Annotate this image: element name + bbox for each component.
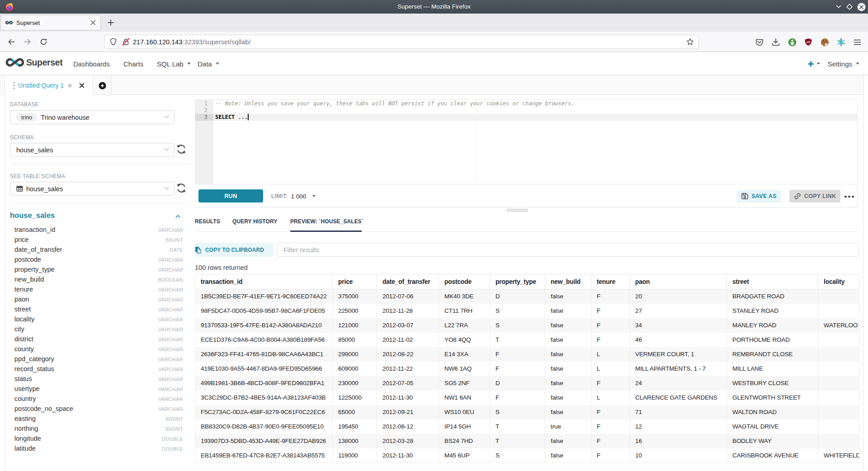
column-row[interactable]: paonVARCHAR xyxy=(5,295,190,305)
table-row[interactable]: 91370533-19F5-47FE-B142-A380A8ADA2101210… xyxy=(195,318,859,333)
table-row[interactable]: 3C3C29DC-B7B2-4BE5-914A-A38123AF403B1225… xyxy=(195,391,859,405)
column-row[interactable]: new_buildBOOLEAN xyxy=(5,275,190,285)
nav-item-data[interactable]: Data xyxy=(198,52,220,75)
column-row[interactable]: eastingBIGINT xyxy=(5,414,190,424)
column-row[interactable]: localityVARCHAR xyxy=(5,315,190,325)
column-row[interactable]: cityVARCHAR xyxy=(5,325,190,334)
column-header[interactable]: price xyxy=(333,274,377,289)
column-row[interactable]: latitudeDOUBLE xyxy=(5,444,190,454)
tab-preview[interactable]: PREVIEW: `HOUSE_SALES` xyxy=(290,218,363,225)
tab-query-history[interactable]: QUERY HISTORY xyxy=(232,218,277,225)
window-maximize-button[interactable] xyxy=(844,0,855,14)
column-header[interactable]: street xyxy=(727,274,818,289)
back-button[interactable] xyxy=(5,35,18,48)
column-row[interactable]: record_statusVARCHAR xyxy=(5,364,190,374)
chevron-up-icon[interactable] xyxy=(175,215,180,218)
cookie-extension-icon[interactable] xyxy=(818,35,831,49)
column-header[interactable]: paon xyxy=(630,274,727,289)
table-row[interactable]: 419E1030-9A55-4467-8DA9-9FED95D659666090… xyxy=(195,362,859,376)
table-row[interactable]: 98F5DC47-0D05-4D59-95B7-98CA6F1FDE052250… xyxy=(195,304,859,318)
drag-handle-icon[interactable] xyxy=(13,82,15,89)
x-icon xyxy=(90,20,96,25)
column-row[interactable]: longitudeDOUBLE xyxy=(5,434,190,444)
downloads-icon[interactable] xyxy=(769,35,783,49)
column-row[interactable]: tenureVARCHAR xyxy=(5,285,190,295)
column-header[interactable]: date_of_transfer xyxy=(377,274,439,289)
database-select[interactable]: trino Trino warehouse xyxy=(10,110,175,124)
new-browser-tab-button[interactable] xyxy=(105,17,117,28)
nav-item-label: Data xyxy=(198,60,212,68)
bookmark-star-icon[interactable] xyxy=(686,38,694,46)
column-row[interactable]: ppd_categoryVARCHAR xyxy=(5,354,190,364)
url-bar[interactable]: 217.160.120.143:32393/superset/sqllab/ xyxy=(105,35,698,48)
column-header[interactable]: postcode xyxy=(439,274,490,289)
more-actions-button[interactable] xyxy=(844,195,854,198)
column-header[interactable]: tenure xyxy=(591,274,630,289)
column-row[interactable]: streetVARCHAR xyxy=(5,305,190,315)
url-text[interactable]: 217.160.120.143:32393/superset/sqllab/ xyxy=(133,38,250,46)
window-close-button[interactable] xyxy=(855,0,867,14)
pocket-icon[interactable] xyxy=(753,35,766,49)
column-row[interactable]: property_typeVARCHAR xyxy=(5,265,190,275)
save-as-button[interactable]: SAVE AS xyxy=(737,190,781,203)
run-button[interactable]: RUN xyxy=(198,189,263,203)
tab-results[interactable]: RESULTS xyxy=(195,218,220,225)
column-row[interactable]: northingBIGINT xyxy=(5,424,190,434)
filter-results-input[interactable]: Filter results xyxy=(277,243,859,257)
column-row[interactable]: date_of_transferDATE xyxy=(5,245,190,255)
column-row[interactable]: statusVARCHAR xyxy=(5,374,190,384)
sql-keyword: SELECT xyxy=(215,114,235,120)
table-row[interactable]: 2636F323-FF41-4765-81DB-98CAA6A43BC12990… xyxy=(195,347,859,362)
copy-to-clipboard-button[interactable]: COPY TO CLIPBOARD xyxy=(195,243,274,257)
nav-item-sql-lab[interactable]: SQL Lab xyxy=(157,52,191,75)
extension-green-icon[interactable] xyxy=(785,35,799,49)
column-header[interactable]: locality xyxy=(818,274,859,289)
reload-button[interactable] xyxy=(37,35,50,48)
refresh-table-icon[interactable] xyxy=(176,183,187,193)
column-row[interactable]: priceBIGINT xyxy=(5,235,190,245)
column-header[interactable]: transaction_id xyxy=(195,274,333,289)
table-row[interactable]: 499B1981-3B6B-4BCD-808F-9FED9802BFA12300… xyxy=(195,376,859,391)
column-header[interactable]: new_build xyxy=(545,274,591,289)
nav-item-dashboards[interactable]: Dashboards xyxy=(73,52,110,75)
table-row[interactable]: ECE1D376-C9A6-4C00-B004-A380B189FA568500… xyxy=(195,333,859,347)
column-row[interactable]: transaction_idVARCHAR xyxy=(5,225,190,235)
query-tab-active[interactable]: Untitled Query 1 xyxy=(5,75,93,95)
nav-item-charts[interactable]: Charts xyxy=(123,52,143,75)
browser-tab-close-icon[interactable] xyxy=(89,18,98,27)
extension-asterisk-icon[interactable] xyxy=(834,35,848,49)
table-row[interactable]: 1B5C39ED-BE7F-41EF-9E71-9C60EED74A223750… xyxy=(195,289,859,304)
table-row[interactable]: F5C273AC-0D2A-458F-8279-9C61F0C22EC66500… xyxy=(195,405,859,419)
new-query-tab-button[interactable] xyxy=(93,75,112,95)
forward-button[interactable] xyxy=(20,35,34,48)
copy-link-button[interactable]: COPY LINK xyxy=(789,190,840,203)
column-header[interactable]: property_type xyxy=(490,274,545,289)
pane-resize-handle[interactable] xyxy=(507,209,528,212)
ublock-icon[interactable]: uO xyxy=(802,35,815,49)
superset-logo[interactable]: Superset xyxy=(5,57,62,68)
page-scrollbar-track[interactable] xyxy=(863,75,868,471)
table-row[interactable]: BB8320C9-D82B-4B37-90E0-9FEE05095E101954… xyxy=(195,419,859,434)
column-row[interactable]: countyVARCHAR xyxy=(5,344,190,354)
window-minimize-button[interactable] xyxy=(833,0,844,14)
column-row[interactable]: usertypeVARCHAR xyxy=(5,384,190,394)
column-row[interactable]: postcodeVARCHAR xyxy=(5,255,190,265)
table-schema-title[interactable]: house_sales xyxy=(10,211,55,220)
column-row[interactable]: countryVARCHAR xyxy=(5,394,190,404)
limit-dropdown[interactable]: LIMIT: 1 000 xyxy=(271,184,316,208)
table-select[interactable]: house_sales xyxy=(10,182,175,196)
table-row[interactable]: 193907D3-5DBD-453D-A49E-9FEE27DAB9261380… xyxy=(195,434,859,448)
column-row[interactable]: districtVARCHAR xyxy=(5,334,190,344)
query-tab-close-icon[interactable] xyxy=(79,83,85,88)
column-row[interactable]: postcode_no_spaceVARCHAR xyxy=(5,404,190,414)
tracking-protection-icon[interactable] xyxy=(109,38,117,46)
nav-item-settings[interactable]: Settings xyxy=(828,60,860,68)
insecure-lock-icon[interactable] xyxy=(122,38,130,46)
schema-select[interactable]: house_sales xyxy=(10,143,175,157)
refresh-schema-icon[interactable] xyxy=(176,144,187,155)
table-row[interactable]: EB1459EB-67ED-47C8-B2E7-A38143AB55751190… xyxy=(195,448,859,463)
browser-tab-superset[interactable]: Superset xyxy=(1,15,100,30)
menu-hamburger-icon[interactable] xyxy=(850,35,864,49)
add-new-button[interactable] xyxy=(808,61,821,67)
sql-editor[interactable]: 123 -- Note: Unless you save your query,… xyxy=(195,99,858,184)
